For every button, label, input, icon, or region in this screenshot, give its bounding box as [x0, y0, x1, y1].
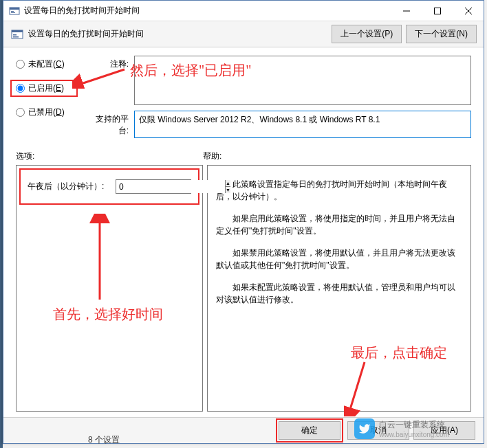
app-icon [9, 5, 20, 16]
close-button[interactable] [453, 1, 484, 21]
bottom-button-bar: 确定 取消 应用(A) [3, 417, 484, 443]
platform-label: 支持的平台: [86, 111, 134, 137]
radio-disabled[interactable] [16, 108, 25, 117]
help-text: 如果未配置此策略设置，将使用默认值，管理员和用户均可以对该默认值进行修改。 [216, 281, 462, 306]
comment-label: 注释: [86, 56, 134, 70]
radio-enabled-label[interactable]: 已启用(E) [28, 82, 64, 94]
platform-textbox[interactable]: 仅限 Windows Server 2012 R2、Windows 8.1 或 … [134, 111, 471, 138]
comment-textbox[interactable] [134, 56, 471, 105]
radio-enabled[interactable] [16, 84, 25, 93]
midnight-minutes-spinner[interactable]: ▲ ▼ [116, 179, 191, 194]
radio-disabled-label[interactable]: 已禁用(D) [28, 107, 65, 118]
spinner-up-button[interactable]: ▲ [226, 180, 230, 187]
help-section-label: 帮助: [203, 150, 471, 162]
cancel-button[interactable]: 取消 [347, 421, 409, 440]
svg-rect-11 [13, 36, 19, 38]
background-hint: 8 个设置 [88, 434, 120, 446]
svg-rect-3 [11, 12, 15, 13]
svg-rect-2 [11, 11, 14, 12]
ok-button[interactable]: 确定 [279, 421, 340, 440]
svg-rect-5 [434, 8, 440, 14]
apply-button[interactable]: 应用(A) [413, 421, 475, 440]
prev-setting-button[interactable]: 上一个设置(P) [332, 25, 402, 43]
help-panel[interactable]: 此策略设置指定每日的免打扰时间开始时间（本地时间午夜后，以分钟计）。 如果启用此… [207, 165, 471, 412]
minimize-button[interactable] [391, 1, 422, 21]
help-text: 如果禁用此策略设置，将使用默认值，并且用户将无法更改该默认值或其他任何"免打扰时… [216, 247, 462, 271]
policy-icon [10, 27, 24, 41]
titlebar: 设置每日的免打扰时间开始时间 [3, 1, 484, 21]
dialog-window: 设置每日的免打扰时间开始时间 设置每日的免打扰时间开始时间 上一个设置(P) 下… [3, 0, 484, 444]
svg-rect-10 [13, 34, 17, 36]
toolbar: 设置每日的免打扰时间开始时间 上一个设置(P) 下一个设置(N) [3, 21, 484, 47]
spinner-down-button[interactable]: ▼ [226, 187, 230, 193]
options-section-label: 选项: [16, 150, 203, 162]
help-text: 此策略设置指定每日的免打扰时间开始时间（本地时间午夜后，以分钟计）。 [216, 178, 462, 203]
options-panel: 午夜后（以分钟计）: ▲ ▼ [16, 165, 203, 412]
policy-title: 设置每日的免打扰时间开始时间 [28, 28, 332, 40]
next-setting-button[interactable]: 下一个设置(N) [406, 25, 477, 43]
maximize-button[interactable] [422, 1, 453, 21]
midnight-minutes-input[interactable] [116, 180, 225, 193]
state-radio-group: 未配置(C) 已启用(E) 已禁用(D) [16, 56, 78, 118]
midnight-minutes-label: 午夜后（以分钟计）: [28, 181, 116, 192]
radio-not-configured[interactable] [16, 60, 25, 69]
help-text: 如果启用此策略设置，将使用指定的时间，并且用户将无法自定义任何"免打扰时间"设置… [216, 212, 462, 237]
svg-rect-9 [12, 30, 23, 32]
svg-rect-1 [10, 8, 19, 10]
radio-not-configured-label[interactable]: 未配置(C) [28, 58, 65, 70]
window-title: 设置每日的免打扰时间开始时间 [24, 5, 391, 16]
